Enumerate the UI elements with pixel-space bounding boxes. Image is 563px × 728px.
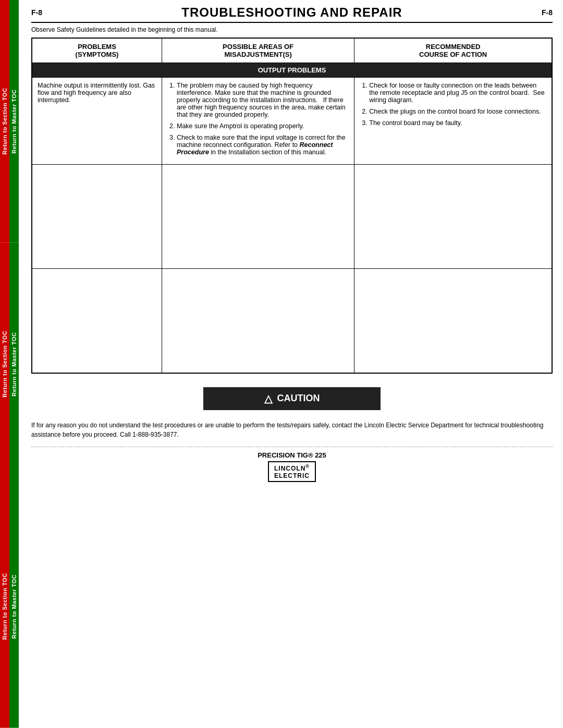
misadjustment-item-3: Check to make sure that the input voltag… [177, 134, 349, 156]
misadjustments-cell: The problem may be caused by high freque… [162, 78, 354, 165]
symptoms-text: Machine output is intermittently lost. G… [38, 82, 155, 104]
caution-text: If for any reason you do not understand … [31, 421, 553, 439]
side-tabs-container: Return to Section TOC Return to Master T… [0, 0, 19, 728]
col-header-problems: PROBLEMS(SYMPTOMS) [32, 38, 162, 63]
empty-row-1 [32, 165, 552, 269]
tab-pair-middle: Return to Section TOC Return to Master T… [0, 243, 19, 486]
footer-section: PRECISION TIG® 225 LINCOLN® ELECTRIC [31, 447, 553, 482]
page-title: TROUBLESHOOTING AND REPAIR [181, 5, 402, 20]
empty-row-2 [32, 269, 552, 373]
empty-cell-5 [162, 269, 354, 373]
col-header-misadjust: POSSIBLE AREAS OFMISADJUSTMENT(S) [162, 38, 354, 63]
actions-list: Check for loose or faulty connection on … [360, 82, 546, 127]
empty-cell-6 [354, 269, 552, 373]
lincoln-electric-logo: LINCOLN® ELECTRIC [268, 461, 316, 482]
misadjustment-item-1: The problem may be caused by high freque… [177, 82, 349, 118]
output-problems-label: OUTPUT PROBLEMS [32, 63, 552, 78]
return-master-toc-top[interactable]: Return to Master TOC [9, 0, 19, 243]
col-header-action: RECOMMENDEDCOURSE OF ACTION [354, 38, 552, 63]
footer-product: PRECISION TIG® 225 [31, 451, 553, 459]
page-header: F-8 TROUBLESHOOTING AND REPAIR F-8 [31, 5, 553, 23]
caution-triangle-icon: △ [264, 392, 272, 405]
tab-pair-bottom: Return to Section TOC Return to Master T… [0, 485, 19, 728]
misadjustments-list: The problem may be caused by high freque… [167, 82, 349, 156]
tab-pair-top: Return to Section TOC Return to Master T… [0, 0, 19, 243]
empty-cell-3 [354, 165, 552, 269]
table-row-1: Machine output is intermittently lost. G… [32, 78, 552, 165]
symptoms-cell: Machine output is intermittently lost. G… [32, 78, 162, 165]
return-master-toc-bot[interactable]: Return to Master TOC [9, 485, 19, 728]
empty-cell-2 [162, 165, 354, 269]
action-item-3: The control board may be faulty. [369, 119, 546, 127]
safety-note: Observe Safety Guidelines detailed in th… [31, 26, 553, 33]
action-item-1: Check for loose or faulty connection on … [369, 82, 546, 104]
action-item-2: Check the plugs on the control board for… [369, 108, 546, 115]
main-content: F-8 TROUBLESHOOTING AND REPAIR F-8 Obser… [21, 0, 563, 492]
lincoln-brand-line2: ELECTRIC [274, 472, 310, 479]
misadjustment-item-2: Make sure the Amptrol is operating prope… [177, 122, 349, 130]
return-section-toc-bot[interactable]: Return to Section TOC [0, 485, 9, 728]
reconnect-procedure-ref: Reconnect Procedure [177, 141, 333, 156]
lincoln-brand-line1: LINCOLN® [274, 465, 310, 472]
return-master-toc-mid[interactable]: Return to Master TOC [9, 243, 19, 486]
page-number-left: F-8 [31, 8, 42, 17]
empty-cell-1 [32, 165, 162, 269]
caution-box: △ CAUTION [203, 387, 381, 410]
page-number-right: F-8 [542, 8, 553, 17]
caution-title: CAUTION [277, 393, 320, 404]
empty-cell-4 [32, 269, 162, 373]
troubleshooting-table: PROBLEMS(SYMPTOMS) POSSIBLE AREAS OFMISA… [31, 38, 553, 374]
return-section-toc-mid[interactable]: Return to Section TOC [0, 243, 9, 486]
actions-cell: Check for loose or faulty connection on … [354, 78, 552, 165]
output-problems-header-row: OUTPUT PROBLEMS [32, 63, 552, 78]
return-section-toc-top[interactable]: Return to Section TOC [0, 0, 9, 243]
